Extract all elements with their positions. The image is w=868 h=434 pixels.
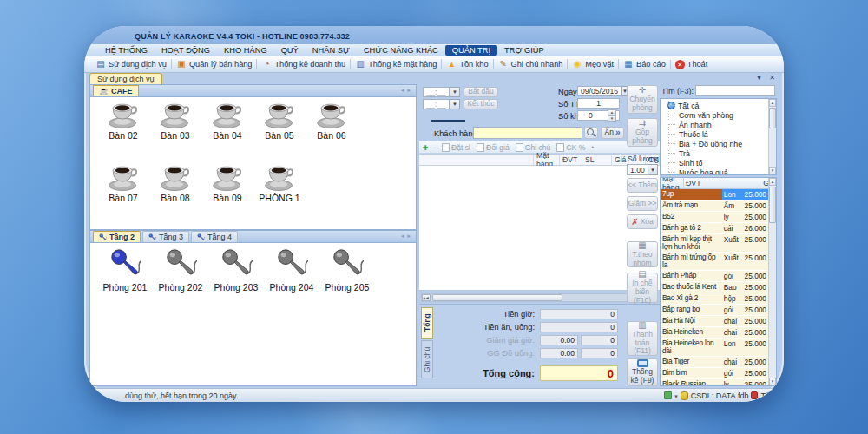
items-column-header[interactable]: ĐVT: [684, 178, 761, 188]
decrease-item-button[interactable]: Giảm >>: [627, 196, 658, 211]
toolbar-button[interactable]: Ghi chú nhanh: [493, 59, 568, 69]
table-tile[interactable]: Bàn 03: [151, 102, 200, 162]
customer-search-button[interactable]: [584, 127, 598, 139]
item-row[interactable]: Black Russian ly 25.000: [661, 379, 768, 385]
toolbar-button[interactable]: Mẹo vặt: [567, 59, 618, 69]
category-item[interactable]: Ăn nhanh: [661, 120, 776, 129]
room-tile[interactable]: Phòng 202: [155, 248, 207, 380]
category-item[interactable]: Tất cả: [661, 101, 776, 110]
start-time-value[interactable]: __:__: [423, 87, 450, 97]
table-tile[interactable]: Bàn 08: [151, 164, 200, 225]
chevron-down-icon[interactable]: ▼: [450, 99, 460, 109]
toolbar-button[interactable]: Thoát: [670, 60, 713, 69]
toolbar-button[interactable]: Thống kê mặt hàng: [350, 59, 441, 69]
guests-value[interactable]: 0: [589, 111, 593, 120]
scroll-left-icon[interactable]: ◄: [422, 294, 431, 301]
move-room-button[interactable]: Chuyển phòng: [627, 85, 658, 114]
close-panel-icon[interactable]: [769, 74, 775, 82]
category-item[interactable]: Trà: [661, 148, 776, 158]
menu-item[interactable]: HỆ THỐNG: [98, 45, 155, 56]
item-row[interactable]: Bánh mì kẹp thịt lợn hun khói Xuất 25.00…: [661, 234, 768, 253]
guests-stepper[interactable]: 0 ▲▼: [577, 110, 620, 121]
room-tile[interactable]: Phòng 201: [99, 248, 151, 380]
grid-toolbar-button[interactable]: Đổi giá: [477, 143, 510, 152]
floor-tab[interactable]: Tầng 3: [142, 231, 189, 242]
quantity-value[interactable]: 1.00: [627, 164, 648, 175]
end-time-combo[interactable]: __:__ ▼: [423, 99, 460, 109]
category-item[interactable]: Bia + Đồ uống nhẹ: [661, 139, 776, 148]
start-time-combo[interactable]: __:__ ▼: [423, 87, 460, 97]
room-tile[interactable]: Phòng 205: [321, 248, 373, 380]
merge-room-button[interactable]: Gộp phòng: [627, 118, 658, 147]
item-row[interactable]: B52 ly 25.000: [661, 212, 768, 223]
items-column-header[interactable]: Mặt hàng: [661, 178, 684, 188]
scrollbar-thumb[interactable]: [432, 294, 562, 301]
grid-toolbar-button[interactable]: Đặt sl: [442, 143, 470, 152]
menu-item[interactable]: TRỢ GIÚP: [497, 45, 551, 56]
table-tile[interactable]: Bàn 06: [307, 102, 356, 162]
toolbar-button[interactable]: Quản lý bán hàng: [171, 59, 257, 69]
items-scrollbar[interactable]: ▲ ▼: [768, 178, 776, 385]
scroll-right-icon[interactable]: [407, 87, 411, 94]
db-caret-icon[interactable]: [674, 391, 678, 400]
table-tile[interactable]: Bàn 07: [99, 164, 148, 225]
tab-note[interactable]: Ghi chú: [421, 340, 433, 378]
item-row[interactable]: Bia Heineken chai 25.000: [661, 327, 768, 339]
spin-down-icon[interactable]: ▼: [608, 115, 616, 122]
tab-service-usage[interactable]: Sử dụng dịch vụ: [89, 73, 162, 84]
find-input[interactable]: [695, 85, 775, 96]
floor-tab[interactable]: Tầng 4: [191, 231, 238, 242]
date-value[interactable]: 09/05/2016: [577, 86, 621, 96]
clock-icon[interactable]: [589, 143, 594, 152]
scrollbar-thumb[interactable]: [769, 187, 776, 223]
item-row[interactable]: 7up Lon 25.000: [661, 189, 768, 201]
chevron-down-icon[interactable]: ▼: [648, 164, 658, 175]
item-row[interactable]: Bánh ga tô 2 cái 26.000: [661, 223, 768, 234]
order-grid-column-header[interactable]: ĐVT: [560, 155, 582, 165]
item-row[interactable]: Bánh mì trứng ốp la Xuất 25.000: [661, 253, 768, 271]
order-grid-column-header[interactable]: SL: [582, 155, 612, 165]
order-grid-body[interactable]: [419, 166, 660, 291]
category-item[interactable]: Sinh tố: [661, 158, 776, 168]
category-item[interactable]: Nước hoa quả: [661, 168, 776, 175]
toolbar-button[interactable]: Sử dụng dịch vụ: [91, 59, 171, 69]
table-tile[interactable]: Bàn 09: [203, 164, 252, 225]
category-item[interactable]: Cơm văn phòng: [661, 110, 776, 120]
tab-total[interactable]: Tổng: [421, 307, 433, 339]
horizontal-scrollbar[interactable]: ◄ ►: [421, 293, 658, 302]
tree-scrollbar[interactable]: ▲ ▼: [768, 99, 776, 174]
scroll-up-icon[interactable]: ▲: [769, 99, 776, 107]
item-row[interactable]: Bao Xì gà 2 hộp 25.000: [661, 293, 768, 305]
item-row[interactable]: Bim bim gói 25.000: [661, 368, 768, 379]
floor-tab[interactable]: Tầng 2: [93, 231, 141, 242]
item-row[interactable]: Bắp rang bơ gói 25.000: [661, 305, 768, 316]
item-row[interactable]: Bao thuốc lá Kent Bao 25.000: [661, 282, 768, 293]
menu-item[interactable]: QUẢN TRỊ: [445, 45, 497, 56]
toolbar-button[interactable]: Báo cáo: [618, 59, 670, 69]
pin-icon[interactable]: [755, 74, 762, 82]
room-tile[interactable]: Phòng 203: [210, 248, 262, 380]
room-tile[interactable]: Phòng 204: [266, 248, 318, 380]
tab-cafe[interactable]: CAFE: [93, 85, 139, 96]
table-tile[interactable]: Bàn 02: [99, 102, 148, 162]
scroll-left-icon[interactable]: [401, 87, 404, 94]
scroll-right-icon[interactable]: [407, 233, 411, 240]
pay-button[interactable]: Thanh toán (F11): [627, 321, 658, 356]
toolbar-button[interactable]: Thống kê doanh thu: [256, 59, 350, 69]
item-row[interactable]: Bánh Pháp gói 25.000: [661, 271, 768, 282]
stats-by-group-button[interactable]: T.theo nhóm: [627, 241, 658, 267]
item-row[interactable]: Bia Tiger chai 25.000: [661, 357, 768, 368]
customer-input[interactable]: [473, 127, 582, 139]
date-combo[interactable]: 09/05/2016 ▼: [577, 86, 620, 96]
print-kitchen-button[interactable]: In chế biến (F10): [627, 273, 658, 303]
scrollbar-thumb[interactable]: [769, 108, 776, 128]
remove-row-icon[interactable]: [433, 143, 437, 152]
toolbar-button[interactable]: Tồn kho: [441, 59, 492, 69]
scroll-left-icon[interactable]: [401, 233, 404, 240]
order-grid-column-header[interactable]: [419, 155, 534, 165]
table-tile[interactable]: Bàn 04: [203, 102, 252, 162]
scroll-up-icon[interactable]: ▲: [769, 178, 776, 186]
scroll-down-icon[interactable]: ▼: [769, 167, 776, 174]
add-row-icon[interactable]: [423, 143, 429, 152]
menu-item[interactable]: KHO HÀNG: [217, 45, 274, 56]
